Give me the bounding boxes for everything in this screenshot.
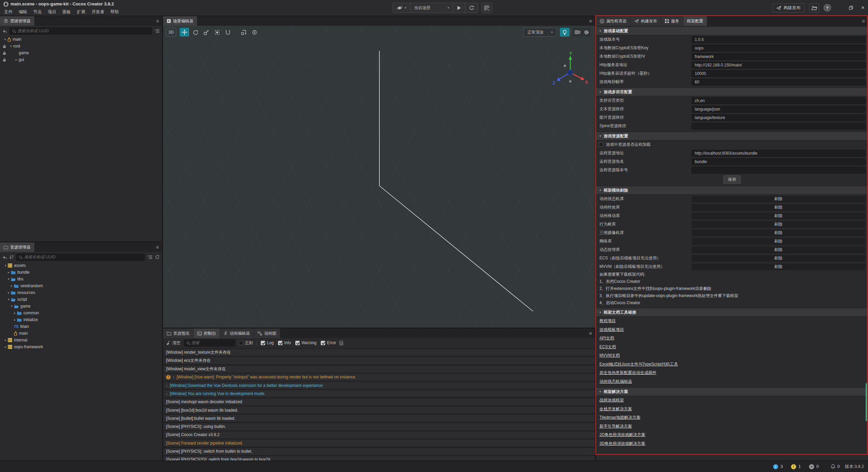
axis-gizmo[interactable]: Y X Z — [550, 52, 591, 92]
log-row[interactable]: ›[Window] You are running Vue in develop… — [163, 390, 595, 397]
field-input[interactable]: language/json — [692, 106, 865, 113]
doc-link[interactable]: 2D角色扮演游戏解决方案 — [599, 432, 645, 438]
doc-link[interactable]: Tiledmap地图解决方案 — [599, 415, 640, 420]
menu-item[interactable]: 编辑 — [16, 8, 30, 16]
move-tool-button[interactable] — [180, 28, 189, 37]
section-header[interactable]: ▾游戏资源配置 — [596, 132, 868, 140]
tab-控制台[interactable]: 控制台 — [194, 329, 220, 338]
tab-服务[interactable]: 服务 — [661, 16, 683, 26]
log-row[interactable]: [Scene] [box2d]:box2d wasm lib loaded. — [163, 407, 595, 414]
tab-构建发布[interactable]: 构建发布 — [631, 16, 661, 26]
chevron-down-icon[interactable]: ▾ — [9, 304, 14, 308]
filter-icon[interactable] — [155, 29, 159, 33]
tree-node[interactable]: ▾main — [0, 36, 162, 43]
checkbox-icon[interactable] — [599, 142, 603, 147]
tree-node[interactable]: ▸seedrandom — [0, 282, 162, 289]
menu-item[interactable]: 面板 — [59, 8, 74, 16]
tree-node[interactable]: ▸gui — [0, 56, 162, 63]
scale-tool-button[interactable] — [201, 28, 211, 37]
filter-log-checkbox[interactable]: Log — [261, 340, 274, 345]
doc-link[interactable]: API文档 — [599, 335, 614, 341]
play-button[interactable] — [453, 3, 465, 13]
section-header[interactable]: ▾框架模块剔除 — [596, 186, 868, 195]
regex-checkbox[interactable]: 正则 — [239, 340, 253, 346]
log-row[interactable]: [Scene] [bullet]:bullet wasm lib loaded. — [163, 415, 595, 422]
delete-button[interactable]: 剔除 — [692, 213, 865, 219]
tree-node[interactable]: ▸initialize — [0, 316, 162, 323]
log-row[interactable]: [Scene] [PHYSICS2D]: switch from box2d-w… — [163, 456, 595, 460]
menu-item[interactable]: 帮助 — [107, 8, 122, 16]
filter-warning-checkbox[interactable]: Warning — [295, 340, 316, 345]
render-mode-select[interactable]: 正常渲染 ▾ — [523, 28, 557, 37]
panel-menu-icon[interactable]: ≡ — [589, 18, 592, 24]
chevron-right-icon[interactable]: ▸ — [13, 318, 17, 321]
log-row[interactable]: [Scene] [PHYSICS]: switch from builtin t… — [163, 448, 595, 455]
log-row[interactable]: [Window] model_view文件夹存在 — [163, 366, 595, 373]
field-input[interactable]: oops — [692, 45, 865, 52]
close-button[interactable]: × — [861, 6, 865, 9]
rotate-tool-button[interactable] — [191, 28, 200, 37]
tab-框架配置[interactable]: 框架配置 — [683, 16, 707, 26]
log-row[interactable]: [Scene] [PHYSICS]: using builtin. — [163, 423, 595, 430]
clear-console-button[interactable]: 清空 — [166, 340, 180, 346]
field-input[interactable]: 1.0.5 — [692, 36, 865, 43]
delete-button[interactable]: 剔除 — [692, 255, 865, 262]
tree-node[interactable]: ▸common — [0, 310, 162, 316]
add-asset-button[interactable]: +▾ — [3, 254, 7, 260]
log-file-icon[interactable] — [339, 341, 343, 345]
log-row[interactable]: ›[Window] Download the Vue Devtools exte… — [163, 382, 595, 389]
doc-link[interactable]: 3D角色扮演游戏解决方案 — [599, 441, 645, 447]
section-header[interactable]: ▾游戏多语言配置 — [596, 87, 868, 96]
save-button[interactable]: 保存 — [723, 175, 741, 184]
menu-item[interactable]: 文件 — [1, 8, 16, 16]
panel-menu-icon[interactable]: ≡ — [156, 244, 159, 250]
filter-icon[interactable] — [147, 255, 152, 259]
tree-node[interactable]: ▾libs — [0, 276, 162, 282]
log-row[interactable]: [Window] ecs文件夹存在 — [163, 357, 595, 364]
doc-link[interactable]: 战棋游戏框架 — [599, 397, 624, 403]
field-input[interactable]: zh,en — [692, 97, 865, 104]
tab-assets[interactable]: 资源管理器 — [0, 242, 34, 252]
delete-button[interactable]: 剔除 — [692, 238, 865, 245]
doc-link[interactable]: MVVM文档 — [599, 353, 620, 358]
menu-item[interactable]: 扩展 — [74, 8, 88, 16]
tab-动画图[interactable]: 动画图 — [254, 329, 280, 338]
menu-item[interactable]: 开发者 — [88, 8, 107, 16]
pivot-toggle-button[interactable] — [250, 28, 259, 37]
delete-button[interactable]: 剔除 — [692, 230, 865, 236]
log-row[interactable]: [Scene] Cocos Creator v3.8.2 — [163, 431, 595, 438]
tree-node[interactable]: ▸internal — [0, 337, 162, 343]
gizmo-2d-tool-button[interactable] — [223, 28, 233, 37]
delete-button[interactable]: 剔除 — [692, 263, 865, 270]
error-count-icon[interactable]: × — [809, 464, 814, 469]
scene-select[interactable]: 当前场景 ▾ — [411, 3, 453, 13]
chevron-right-icon[interactable]: ▸ — [3, 345, 8, 349]
tree-node[interactable]: TSMain — [0, 323, 162, 330]
delete-button[interactable]: 剔除 — [692, 247, 865, 253]
expand-icon[interactable]: › — [173, 375, 174, 379]
help-button[interactable]: ? — [824, 4, 831, 12]
preview-qr-button[interactable] — [481, 3, 492, 13]
bell-icon[interactable] — [831, 464, 835, 469]
doc-link[interactable]: 新手引导解决方案 — [599, 424, 632, 429]
scene-camera-button[interactable] — [573, 28, 582, 37]
tab-hierarchy[interactable]: 层级管理器 — [0, 16, 34, 26]
log-row[interactable]: [Window] render_texture文件夹存在 — [163, 349, 595, 356]
field-input[interactable] — [692, 123, 865, 130]
restore-button[interactable] — [849, 6, 853, 10]
expand-icon[interactable]: › — [166, 383, 167, 388]
chevron-down-icon[interactable]: ▾ — [6, 298, 11, 301]
field-input[interactable]: framework — [692, 53, 865, 60]
warning-count-icon[interactable]: ! — [791, 464, 796, 469]
hierarchy-search-input[interactable]: 搜索名称或 UUID — [9, 27, 152, 35]
tab-属性检查器[interactable]: 属性检查器 — [596, 16, 630, 26]
delete-button[interactable]: 剔除 — [692, 196, 865, 202]
field-input[interactable]: 10000 — [692, 70, 865, 77]
tree-node[interactable]: ▸resources — [0, 289, 162, 296]
info-count-icon[interactable]: i — [773, 464, 778, 469]
tree-node[interactable]: main — [0, 330, 162, 337]
panel-menu-icon[interactable]: ≡ — [862, 18, 865, 24]
chevron-down-icon[interactable]: ▾ — [3, 264, 8, 267]
tree-node[interactable]: ▸bundle — [0, 269, 162, 276]
field-input[interactable]: bundle — [692, 158, 865, 165]
